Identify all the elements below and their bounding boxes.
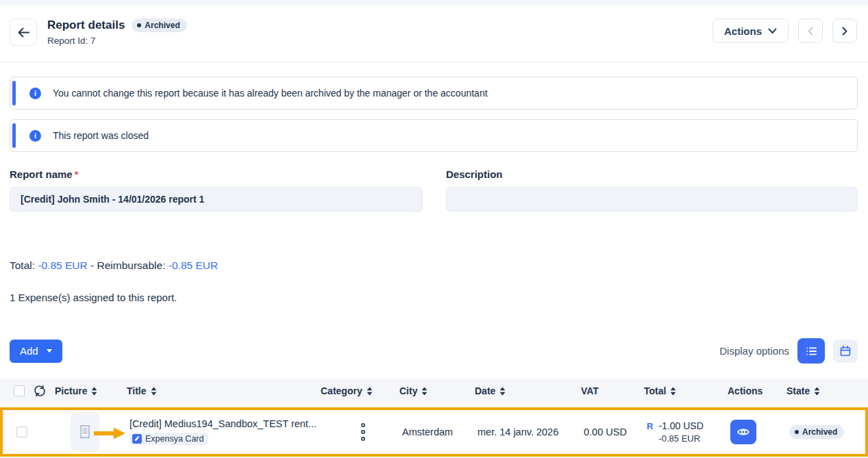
column-header-date[interactable]: Date: [475, 385, 581, 396]
sort-icon: [814, 387, 820, 396]
expense-total: R -1.00 USD -0.85 EUR: [647, 420, 730, 444]
eye-icon: [736, 426, 750, 438]
view-expense-button[interactable]: [730, 420, 756, 444]
column-header-picture[interactable]: Picture: [55, 385, 127, 396]
page: Report details Archived Report Id: 7 Act…: [0, 0, 868, 457]
column-header-vat: VAT: [581, 385, 644, 396]
refresh-button[interactable]: [33, 384, 47, 398]
alert-closed-notice: i This report was closed: [10, 119, 858, 152]
report-name-input[interactable]: [10, 187, 423, 212]
sort-icon: [367, 387, 373, 396]
card-icon: [132, 434, 142, 444]
column-header-total[interactable]: Total: [644, 385, 728, 396]
payment-method-label: Expensya Card: [145, 434, 203, 444]
column-header-state[interactable]: State: [786, 385, 868, 396]
refresh-icon: [33, 384, 47, 398]
add-button-label: Add: [20, 345, 38, 357]
payment-method-badge: Expensya Card: [129, 433, 208, 445]
calendar-view-button[interactable]: [833, 340, 858, 363]
report-form: Report name* Description: [10, 168, 858, 212]
category-kebab-icon[interactable]: [360, 422, 366, 442]
table-row[interactable]: [Credit] Medius194_Sandbox_TEST rent... …: [0, 407, 868, 457]
sort-icon: [499, 387, 506, 396]
alert-archived-notice: i You cannot change this report because …: [10, 77, 858, 110]
alert-text: This report was closed: [53, 130, 149, 141]
top-strip: [0, 0, 868, 5]
description-field-group: Description: [446, 168, 858, 212]
actions-button[interactable]: Actions: [712, 18, 789, 43]
reimbursable-flag: R: [647, 421, 653, 431]
list-view-icon: [805, 345, 818, 357]
chevron-down-icon: [768, 28, 777, 34]
expense-state-badge: Archived: [789, 425, 844, 439]
status-badge-label: Archived: [145, 21, 179, 30]
chevron-right-icon: [841, 27, 848, 36]
table-header-row: Picture Title Category City Date VAT: [0, 379, 868, 403]
annotation-arrow-icon: [94, 427, 125, 442]
content: i You cannot change this report because …: [0, 77, 868, 364]
display-options-label: Display options: [719, 345, 789, 357]
add-expense-button[interactable]: Add: [10, 340, 62, 363]
expense-date: mer. 14 janv. 2026: [478, 427, 584, 437]
reimbursable-value: -0.85 EUR: [169, 259, 218, 271]
sort-icon: [91, 387, 97, 396]
description-label: Description: [446, 168, 503, 180]
column-header-title[interactable]: Title: [127, 385, 321, 396]
column-header-category[interactable]: Category: [321, 385, 399, 396]
expense-count: 1 Expense(s) assigned to this report.: [10, 292, 858, 303]
info-icon: i: [29, 88, 41, 99]
required-asterisk: *: [75, 169, 78, 180]
description-input[interactable]: [446, 187, 858, 212]
expense-total-secondary: -0.85 EUR: [658, 433, 703, 444]
report-status-badge: Archived: [132, 18, 186, 32]
report-name-field-group: Report name*: [10, 168, 423, 212]
title-block: Report details Archived Report Id: 7: [47, 18, 187, 46]
sort-icon: [421, 387, 427, 396]
expense-city: Amsterdam: [402, 427, 478, 437]
next-report-button[interactable]: [832, 18, 857, 43]
info-icon: i: [29, 130, 41, 142]
expense-state-label: Archived: [802, 427, 837, 437]
chevron-left-icon: [807, 27, 814, 36]
receipt-icon: [79, 424, 91, 440]
row-checkbox[interactable]: [16, 427, 27, 437]
column-header-actions: Actions: [728, 385, 786, 396]
status-dot-icon: [137, 23, 141, 27]
expense-title[interactable]: [Credit] Medius194_Sandbox_TEST rent...: [129, 418, 323, 429]
caret-down-icon: [47, 349, 52, 353]
expenses-table: Picture Title Category City Date VAT: [0, 379, 868, 457]
display-options-group: Display options: [719, 338, 858, 364]
page-header: Report details Archived Report Id: 7 Act…: [0, 5, 868, 63]
status-dot-icon: [795, 430, 799, 434]
total-value: -0.85 EUR: [38, 259, 87, 271]
alert-accent-bar: [12, 123, 16, 148]
page-title: Report details: [47, 18, 125, 32]
reimbursable-label: Reimbursable:: [97, 259, 166, 271]
actions-button-label: Actions: [724, 25, 762, 37]
previous-report-button[interactable]: [798, 18, 823, 43]
calendar-icon: [839, 345, 852, 357]
column-header-city[interactable]: City: [399, 385, 475, 396]
alert-accent-bar: [12, 81, 16, 105]
header-actions: Actions: [712, 18, 857, 43]
expense-total-primary: -1.00 USD: [658, 420, 703, 431]
back-arrow-icon: [17, 27, 30, 38]
list-view-button[interactable]: [797, 338, 825, 364]
sort-icon: [151, 387, 157, 396]
totals-separator: -: [90, 259, 94, 271]
alert-text: You cannot change this report because it…: [53, 88, 488, 99]
expense-vat: 0.00 USD: [584, 427, 647, 437]
expenses-toolbar: Add Display options: [10, 338, 858, 364]
report-id: Report Id: 7: [47, 36, 187, 46]
select-all-checkbox[interactable]: [14, 385, 25, 396]
sort-icon: [670, 387, 676, 396]
back-button[interactable]: [10, 18, 37, 46]
totals-line: Total: -0.85 EUR - Reimbursable: -0.85 E…: [10, 259, 858, 272]
total-label: Total:: [10, 259, 35, 271]
report-name-label: Report name: [10, 168, 73, 180]
